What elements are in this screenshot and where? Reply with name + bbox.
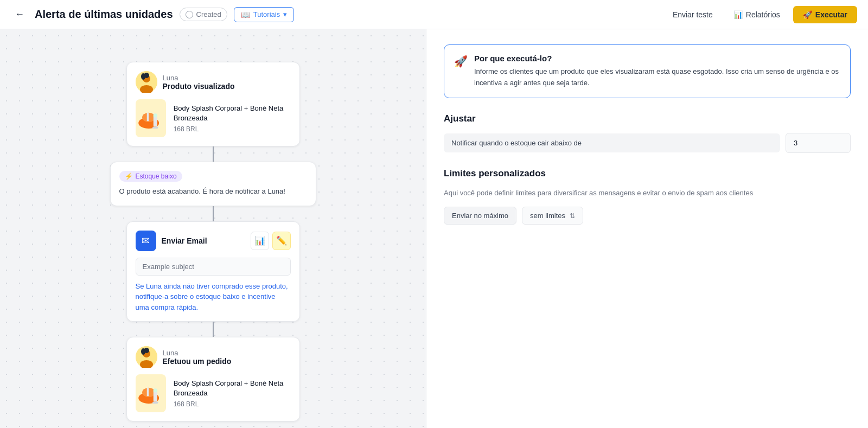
email-icon-box: ✉ xyxy=(136,231,156,251)
rocket-icon: 🚀 xyxy=(803,10,812,19)
condition-text: O produto está acabando. É hora de notif… xyxy=(119,186,307,197)
sem-limites-select[interactable]: sem limites ⇅ xyxy=(522,207,583,225)
connector-line-3 xyxy=(213,322,214,337)
sem-limites-label: sem limites xyxy=(530,212,565,220)
page-title: Alerta de últimas unidades xyxy=(35,8,173,21)
product-image xyxy=(136,99,166,137)
product-name-2: Body Splash Corporal + Boné Neta Bronzea… xyxy=(174,379,291,398)
product-info: Body Splash Corporal + Boné Neta Bronzea… xyxy=(174,104,291,133)
product-price: 168 BRL xyxy=(174,125,291,133)
chevron-updown-icon: ⇅ xyxy=(570,212,575,220)
relatorios-button[interactable]: 📊 Relatórios xyxy=(726,7,788,22)
node2-header: Luna Efetuou um pedido xyxy=(136,346,291,368)
limites-subtitle: Aqui você pode definir limites para dive… xyxy=(444,188,851,199)
lightning-icon: ⚡ xyxy=(125,173,133,180)
product-row: Body Splash Corporal + Boné Neta Bronzea… xyxy=(136,99,291,137)
avatar xyxy=(136,71,157,93)
luna-avatar-icon xyxy=(136,71,157,93)
enviar-email-node: ✉ Enviar Email 📊 ✏️ Example subject Se L xyxy=(126,221,300,322)
svg-rect-20 xyxy=(153,388,157,392)
estoque-badge-label: Estoque baixo xyxy=(136,173,177,180)
enviar-teste-button[interactable]: Enviar teste xyxy=(665,7,720,22)
svg-point-4 xyxy=(144,73,149,78)
node1-header: Luna Produto visualizado xyxy=(136,71,291,93)
node1-username: Luna xyxy=(163,74,235,82)
back-button[interactable]: ← xyxy=(11,6,28,23)
why-box: 🚀 Por que executá-lo? Informe os cliente… xyxy=(444,44,851,98)
ajustar-label: Notificar quando o estoque cair abaixo d… xyxy=(444,133,780,152)
product-row-2: Body Splash Corporal + Boné Neta Bronzea… xyxy=(136,374,291,412)
product-price-2: 168 BRL xyxy=(174,400,291,408)
enviar-max-button[interactable]: Enviar no máximo xyxy=(444,207,516,225)
email-body: Se Luna ainda não tiver comprado esse pr… xyxy=(136,281,291,313)
svg-rect-10 xyxy=(152,126,158,128)
status-label: Created xyxy=(196,10,221,18)
product-img2-icon xyxy=(136,376,166,411)
email-icon: ✉ xyxy=(142,235,150,247)
estoque-badge: ⚡ Estoque baixo xyxy=(119,171,182,182)
limites-row: Enviar no máximo sem limites ⇅ xyxy=(444,207,851,225)
product-name: Body Splash Corporal + Boné Neta Bronzea… xyxy=(174,104,291,123)
email-edit-button[interactable]: ✏️ xyxy=(272,232,291,250)
node1-action: Produto visualizado xyxy=(163,82,235,91)
why-title: Por que executá-lo? xyxy=(474,54,840,63)
svg-rect-7 xyxy=(146,112,148,121)
bar-chart-icon: 📊 xyxy=(254,235,265,246)
produto-visualizado-node: Luna Produto visualizado xyxy=(126,62,300,146)
app-header: ← Alerta de últimas unidades Created 📖 T… xyxy=(0,0,868,29)
connector-line-2 xyxy=(213,206,214,221)
email-title: Enviar Email xyxy=(162,237,245,245)
email-body-line1: Se Luna ainda não tiver comprado esse pr… xyxy=(136,282,288,290)
svg-rect-21 xyxy=(152,401,158,403)
chart-icon: 📊 xyxy=(733,10,743,19)
email-stats-button[interactable]: 📊 xyxy=(251,232,269,250)
connector-line xyxy=(213,146,214,162)
product-img-icon xyxy=(136,101,166,136)
email-actions: 📊 ✏️ xyxy=(251,232,291,250)
canvas-panel: Luna Produto visualizado xyxy=(0,29,426,428)
tutorials-label: Tutoriais xyxy=(253,10,280,18)
luna-avatar2-icon xyxy=(136,346,157,368)
svg-rect-18 xyxy=(146,387,148,396)
svg-rect-9 xyxy=(153,113,157,117)
ajustar-section-title: Ajustar xyxy=(444,113,851,124)
why-text: Informe os clientes que um produto que e… xyxy=(474,66,840,89)
efetuou-pedido-node: Luna Efetuou um pedido xyxy=(126,337,300,421)
book-icon: 📖 xyxy=(241,10,250,19)
ajustar-input[interactable]: 3 xyxy=(786,133,851,153)
email-body-line2: notifique-a sobre o estoque baixo e ince… xyxy=(136,292,276,311)
product-image-2 xyxy=(136,374,166,412)
executar-label: Executar xyxy=(815,10,847,19)
limites-section-title: Limites personalizados xyxy=(444,168,851,179)
executar-button[interactable]: 🚀 Executar xyxy=(793,6,857,23)
header-left: ← Alerta de últimas unidades Created 📖 T… xyxy=(11,6,659,23)
right-panel: 🚀 Por que executá-lo? Informe os cliente… xyxy=(426,29,868,428)
status-badge: Created xyxy=(180,8,227,21)
pencil-icon: ✏️ xyxy=(276,235,287,246)
estoque-baixo-node: ⚡ Estoque baixo O produto está acabando.… xyxy=(110,162,316,206)
svg-point-15 xyxy=(144,348,149,353)
tutorials-button[interactable]: 📖 Tutoriais ▾ xyxy=(234,7,294,22)
why-rocket-icon: 🚀 xyxy=(454,55,468,68)
product-info-2: Body Splash Corporal + Boné Neta Bronzea… xyxy=(174,379,291,408)
email-node-header: ✉ Enviar Email 📊 ✏️ xyxy=(136,231,291,251)
node2-username: Luna xyxy=(163,349,232,357)
avatar-2 xyxy=(136,346,157,368)
chevron-down-icon: ▾ xyxy=(283,10,287,18)
ajustar-row: Notificar quando o estoque cair abaixo d… xyxy=(444,133,851,153)
node2-action: Efetuou um pedido xyxy=(163,357,232,366)
status-circle-icon xyxy=(186,11,193,18)
relatorios-label: Relatórios xyxy=(746,10,780,19)
main-layout: Luna Produto visualizado xyxy=(0,29,868,428)
email-subject: Example subject xyxy=(136,258,291,276)
header-right: Enviar teste 📊 Relatórios 🚀 Executar xyxy=(665,6,857,23)
flow-container: Luna Produto visualizado xyxy=(72,62,354,421)
